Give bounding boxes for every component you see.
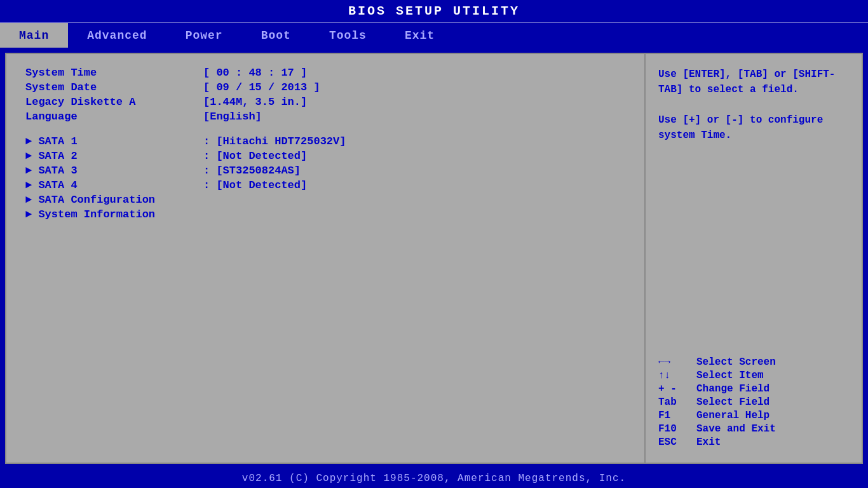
setting-value[interactable]: [English] xyxy=(203,111,262,123)
shortcut-desc: Exit xyxy=(696,437,721,448)
shortcut-desc: Select Screen xyxy=(696,356,776,368)
right-panel: Use [ENTER], [TAB] or [SHIFT-TAB] to sel… xyxy=(646,54,862,463)
setting-label: Language xyxy=(25,111,203,123)
footer: v02.61 (C) Copyright 1985-2008, American… xyxy=(0,469,868,488)
shortcut-desc: Select Field xyxy=(696,396,770,408)
setting-row: System Date[ 09 / 15 / 2013 ] xyxy=(25,81,625,93)
shortcut-row: ↑↓Select Item xyxy=(658,370,849,381)
submenu-row[interactable]: ► SATA 4: [Not Detected] xyxy=(25,179,625,191)
setting-label: System Date xyxy=(25,81,203,93)
submenu-value: : [ST3250824AS] xyxy=(203,165,301,177)
shortcut-key: ←→ xyxy=(658,356,690,368)
submenu-label: ► SATA 2 xyxy=(25,150,203,162)
submenu-row[interactable]: ► System Information xyxy=(25,208,625,220)
submenu-label: ► System Information xyxy=(25,208,203,220)
shortcut-key: ↑↓ xyxy=(658,370,690,381)
shortcut-key: F10 xyxy=(658,423,690,435)
shortcut-row: + -Change Field xyxy=(658,383,849,395)
submenu-label: ► SATA 1 xyxy=(25,135,203,147)
shortcut-row: ESCExit xyxy=(658,437,849,448)
help-text: Use [ENTER], [TAB] or [SHIFT-TAB] to sel… xyxy=(658,67,849,143)
shortcut-key: Tab xyxy=(658,396,690,408)
setting-value[interactable]: [1.44M, 3.5 in.] xyxy=(203,96,307,108)
submenu-label: ► SATA 3 xyxy=(25,165,203,177)
setting-row: Legacy Diskette A[1.44M, 3.5 in.] xyxy=(25,96,625,108)
submenu-label: ► SATA 4 xyxy=(25,179,203,191)
setting-label: System Time xyxy=(25,67,203,79)
shortcut-row: ←→Select Screen xyxy=(658,356,849,368)
nav-item-tools[interactable]: Tools xyxy=(310,23,386,48)
shortcut-desc: Select Item xyxy=(696,370,764,381)
shortcut-row: F10Save and Exit xyxy=(658,423,849,435)
submenu-value: : [Not Detected] xyxy=(203,150,307,162)
shortcuts-panel: ←→Select Screen↑↓Select Item+ -Change Fi… xyxy=(658,356,849,450)
setting-value[interactable]: [ 09 / 15 / 2013 ] xyxy=(203,81,320,93)
nav-item-boot[interactable]: Boot xyxy=(242,23,310,48)
left-panel: System Time[ 00 : 48 : 17 ]System Date[ … xyxy=(6,54,646,463)
bios-title: BIOS SETUP UTILITY xyxy=(348,4,520,18)
nav-item-power[interactable]: Power xyxy=(166,23,242,48)
submenu-label: ► SATA Configuration xyxy=(25,194,203,206)
setting-row: System Time[ 00 : 48 : 17 ] xyxy=(25,67,625,79)
title-bar: BIOS SETUP UTILITY xyxy=(0,0,868,22)
shortcut-desc: Change Field xyxy=(696,383,770,395)
shortcut-row: TabSelect Field xyxy=(658,396,849,408)
submenu-row[interactable]: ► SATA Configuration xyxy=(25,194,625,206)
nav-item-main[interactable]: Main xyxy=(0,23,68,48)
main-content: System Time[ 00 : 48 : 17 ]System Date[ … xyxy=(5,53,863,464)
shortcut-desc: Save and Exit xyxy=(696,423,776,435)
submenu-value: : [Hitachi HDT725032V] xyxy=(203,135,346,147)
shortcut-row: F1General Help xyxy=(658,410,849,421)
bios-app: BIOS SETUP UTILITY MainAdvancedPowerBoot… xyxy=(0,0,868,488)
nav-bar: MainAdvancedPowerBootToolsExit xyxy=(0,22,868,48)
submenu-value: : [Not Detected] xyxy=(203,179,307,191)
nav-item-advanced[interactable]: Advanced xyxy=(68,23,166,48)
nav-item-exit[interactable]: Exit xyxy=(386,23,454,48)
footer-text: v02.61 (C) Copyright 1985-2008, American… xyxy=(242,473,626,484)
shortcut-key: F1 xyxy=(658,410,690,421)
setting-label: Legacy Diskette A xyxy=(25,96,203,108)
shortcut-desc: General Help xyxy=(696,410,770,421)
submenu-row[interactable]: ► SATA 3: [ST3250824AS] xyxy=(25,165,625,177)
shortcut-key: ESC xyxy=(658,437,690,448)
shortcut-key: + - xyxy=(658,383,690,395)
submenu-row[interactable]: ► SATA 2: [Not Detected] xyxy=(25,150,625,162)
setting-row: Language[English] xyxy=(25,111,625,123)
setting-value[interactable]: [ 00 : 48 : 17 ] xyxy=(203,67,307,79)
submenu-row[interactable]: ► SATA 1: [Hitachi HDT725032V] xyxy=(25,135,625,147)
